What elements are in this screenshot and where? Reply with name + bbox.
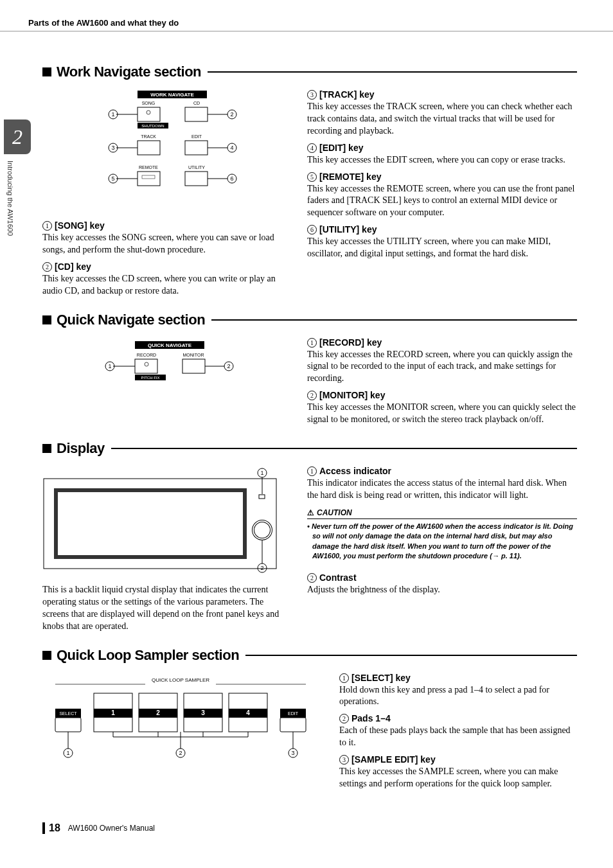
item-pads-desc: Each of these pads plays back the sample…	[339, 725, 577, 749]
svg-rect-6	[185, 107, 208, 121]
svg-rect-28	[142, 175, 155, 179]
item-edit-key: 4[EDIT] key	[307, 143, 577, 153]
section-bullet	[42, 67, 51, 76]
chapter-number: 2	[4, 120, 31, 154]
svg-point-5	[147, 111, 150, 114]
item-record-key: 1[RECORD] key	[307, 337, 577, 348]
svg-text:2: 2	[156, 709, 160, 716]
svg-text:1: 1	[66, 750, 69, 756]
svg-rect-53	[58, 492, 243, 555]
item-monitor-key: 2[MONITOR] key	[307, 390, 577, 400]
svg-text:1: 1	[111, 111, 114, 118]
section-title-work-navigate: Work Navigate section	[57, 64, 201, 80]
item-select-key: 1[SELECT] key	[339, 673, 577, 683]
section-bullet	[42, 651, 51, 660]
svg-rect-17	[138, 141, 160, 155]
item-monitor-key-desc: This key accesses the MONITOR screen, wh…	[307, 402, 577, 426]
section-rule	[111, 448, 577, 449]
item-remote-key-desc: This key accesses the REMOTE screen, whe…	[307, 183, 577, 220]
caution-box: CAUTION Never turn off the power of the …	[307, 508, 577, 562]
svg-text:1: 1	[111, 709, 115, 716]
svg-rect-54	[259, 495, 265, 499]
svg-rect-68	[55, 718, 81, 732]
section-title-quick-navigate: Quick Navigate section	[57, 312, 205, 328]
item-sample-edit-key: 3[SAMPLE EDIT] key	[339, 754, 577, 765]
item-contrast: 2Contrast	[307, 572, 577, 583]
svg-text:2: 2	[260, 565, 263, 571]
svg-rect-42	[182, 359, 205, 373]
footer-manual-name: AW1600 Owner's Manual	[68, 824, 155, 833]
svg-text:2: 2	[230, 111, 233, 118]
svg-text:2: 2	[179, 750, 182, 756]
svg-text:2: 2	[227, 363, 230, 369]
item-contrast-desc: Adjusts the brightness of the display.	[307, 584, 577, 596]
section-title-quick-loop: Quick Loop Sampler section	[57, 647, 239, 664]
item-remote-key: 5[REMOTE] key	[307, 172, 577, 182]
item-song-key: 1[SONG] key	[42, 220, 287, 231]
header-title: Parts of the AW1600 and what they do	[28, 18, 179, 28]
svg-text:SELECT: SELECT	[59, 711, 77, 716]
item-pads: 2Pads 1–4	[339, 713, 577, 723]
section-title-display: Display	[57, 440, 105, 457]
item-access-indicator-desc: This indicator indicates the access stat…	[307, 477, 577, 502]
svg-text:5: 5	[111, 175, 114, 182]
svg-text:TRACK: TRACK	[141, 134, 156, 139]
section-rule	[211, 319, 577, 321]
svg-text:SHUTDOWN: SHUTDOWN	[141, 124, 164, 128]
svg-point-41	[145, 362, 148, 366]
display-diagram: 1 2	[42, 466, 287, 575]
item-track-key: 3[TRACK] key	[307, 89, 577, 100]
svg-text:PITCH FIX: PITCH FIX	[141, 376, 159, 380]
svg-text:1: 1	[260, 470, 263, 476]
item-access-indicator: 1Access indicator	[307, 466, 577, 476]
section-bullet	[42, 315, 51, 324]
section-bullet	[42, 444, 51, 453]
item-record-key-desc: This key accesses the RECORD screen, whe…	[307, 349, 577, 385]
svg-text:CD: CD	[193, 101, 200, 105]
section-rule	[245, 655, 577, 656]
item-cd-key: 2[CD] key	[42, 261, 287, 272]
caution-label: CAUTION	[307, 508, 577, 519]
svg-text:1: 1	[108, 363, 111, 369]
quick-loop-diagram: QUICK LOOP SAMPLER SELECT 1 2 3 4 EDIT 1	[46, 673, 315, 763]
svg-text:EDIT: EDIT	[191, 134, 202, 139]
svg-text:MONITOR: MONITOR	[183, 353, 204, 357]
svg-text:4: 4	[246, 709, 250, 716]
svg-text:3: 3	[111, 145, 114, 151]
svg-text:QUICK LOOP SAMPLER: QUICK LOOP SAMPLER	[152, 677, 209, 683]
display-description: This is a backlit liquid crystal display…	[42, 584, 287, 633]
svg-rect-83	[280, 718, 306, 732]
work-navigate-diagram: WORK NAVIGATE SONG CD SHUTDOWN 1 2 TRACK…	[81, 89, 248, 211]
item-track-key-desc: This key accesses the TRACK screen, wher…	[307, 101, 577, 137]
svg-text:RECORD: RECORD	[137, 353, 156, 357]
svg-text:3: 3	[201, 709, 205, 716]
item-utility-key-desc: This key accesses the UTILITY screen, wh…	[307, 236, 577, 260]
quick-navigate-diagram: QUICK NAVIGATE RECORD MONITOR PITCH FIX …	[87, 337, 242, 402]
svg-point-56	[253, 521, 271, 539]
svg-text:4: 4	[230, 145, 233, 151]
svg-rect-18	[185, 141, 208, 155]
item-utility-key: 6[UTILITY] key	[307, 224, 577, 235]
section-rule	[208, 71, 577, 73]
svg-text:UTILITY: UTILITY	[188, 165, 205, 170]
item-select-key-desc: Hold down this key and press a pad 1–4 t…	[339, 684, 577, 709]
caution-text: Never turn off the power of the AW1600 w…	[307, 522, 577, 562]
item-edit-key-desc: This key accesses the EDIT screen, where…	[307, 154, 577, 166]
svg-text:SONG: SONG	[142, 101, 155, 105]
item-song-key-desc: This key accesses the SONG screen, where…	[42, 232, 287, 256]
side-chapter-label: Introducing the AW1600	[6, 161, 14, 236]
svg-text:6: 6	[230, 175, 233, 182]
svg-text:WORK NAVIGATE: WORK NAVIGATE	[150, 92, 194, 98]
item-cd-key-desc: This key accesses the CD screen, where y…	[42, 273, 287, 297]
svg-text:EDIT: EDIT	[288, 711, 299, 716]
svg-text:REMOTE: REMOTE	[139, 165, 158, 170]
item-sample-edit-key-desc: This key accesses the SAMPLE screen, whe…	[339, 766, 577, 790]
svg-text:QUICK NAVIGATE: QUICK NAVIGATE	[148, 342, 192, 348]
svg-text:3: 3	[291, 750, 294, 756]
page-number: 18	[42, 822, 60, 834]
svg-rect-29	[185, 172, 208, 186]
